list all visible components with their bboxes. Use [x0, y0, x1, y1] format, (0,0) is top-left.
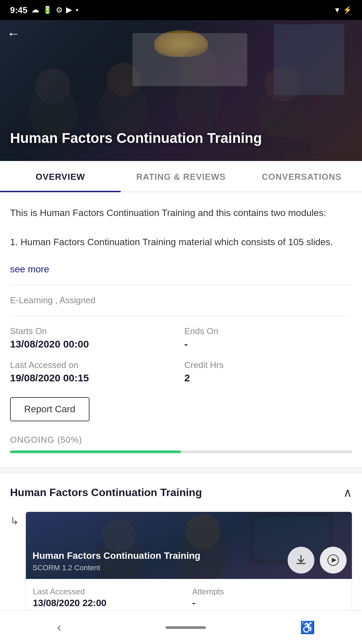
svg-point-14 — [185, 514, 221, 549]
report-card-button[interactable]: Report Card — [10, 397, 89, 421]
cloud-icon: ☁ — [32, 6, 39, 14]
play-button[interactable] — [320, 547, 347, 574]
module-attempts-block: Attempts - — [192, 587, 345, 608]
progress-bar-fill — [10, 450, 181, 453]
starts-on-block: Starts On 13/08/2020 00:00 — [10, 326, 178, 350]
credit-hrs-block: Credit Hrs 2 — [184, 360, 352, 384]
svg-point-12 — [102, 518, 136, 552]
last-accessed-label: Last Accessed on — [10, 360, 178, 370]
module-detail-grid: Last Accessed 13/08/2020 22:00 Attempts … — [33, 587, 345, 608]
battery-saver-icon: 🔋 — [43, 6, 52, 14]
download-button[interactable] — [288, 547, 314, 574]
progress-bar-background — [10, 450, 352, 453]
indent-arrow-icon: ↳ — [10, 512, 19, 527]
see-more-link[interactable]: see more — [10, 264, 352, 275]
progress-section: ONGOING (50%) — [10, 435, 352, 453]
module-thumbnail: Human Factors Continuation Training SCOR… — [26, 512, 352, 579]
youtube-icon: ▶ — [66, 6, 72, 14]
credit-hrs-label: Credit Hrs — [184, 360, 352, 370]
bottom-nav: ‹ ♿ — [0, 610, 362, 644]
ends-on-value: - — [184, 338, 352, 350]
meta-label: E-Learning , Assigned — [10, 295, 352, 306]
description-line2: 1. Human Factors Continuation Training m… — [10, 235, 352, 250]
module-attempts-value: - — [192, 598, 345, 608]
tab-overview[interactable]: OVERVIEW — [0, 161, 121, 192]
module-attempts-label: Attempts — [192, 587, 345, 596]
chevron-up-icon: ∧ — [343, 486, 352, 500]
module-last-accessed-label: Last Accessed — [33, 587, 186, 596]
tab-conversations[interactable]: CONVERSATIONS — [241, 161, 362, 192]
overview-content: This is Human Factors Continuation Train… — [0, 192, 362, 467]
tabs-bar: OVERVIEW RATING & REVIEWS CONVERSATIONS — [0, 161, 362, 192]
progress-label: ONGOING (50%) — [10, 435, 352, 445]
divider-1 — [10, 285, 352, 285]
svg-rect-10 — [274, 24, 345, 95]
svg-point-2 — [35, 68, 70, 104]
nav-back-button[interactable]: ‹ — [47, 617, 71, 638]
tab-rating-reviews[interactable]: RATING & REVIEWS — [121, 161, 241, 192]
status-time: 9:45 — [10, 5, 27, 15]
module-title: Human Factors Continuation Training — [10, 486, 343, 499]
info-grid: Starts On 13/08/2020 00:00 Ends On - Las… — [10, 326, 352, 384]
accessibility-icon[interactable]: ♿ — [300, 621, 315, 635]
hero-title: Human Factors Continuation Training — [10, 129, 352, 148]
hero-section: ← Human Factors Continuation Training — [0, 20, 362, 161]
status-bar: 9:45 ☁ 🔋 ⊙ ▶ • ▾ ⚡ — [0, 0, 362, 20]
back-button[interactable]: ← — [7, 27, 20, 40]
notification-icon: ⊙ — [56, 6, 62, 14]
nav-home-pill[interactable] — [166, 626, 206, 629]
dot-icon: • — [76, 6, 78, 14]
wifi-icon: ▾ — [335, 6, 339, 14]
starts-on-label: Starts On — [10, 326, 178, 336]
module-last-accessed-value: 13/08/2020 22:00 — [33, 598, 186, 608]
description-line1: This is Human Factors Continuation Train… — [10, 206, 352, 221]
module-header[interactable]: Human Factors Continuation Training ∧ — [0, 474, 362, 512]
thumbnail-actions — [288, 547, 347, 574]
svg-rect-9 — [132, 33, 247, 86]
starts-on-value: 13/08/2020 00:00 — [10, 338, 178, 350]
module-last-accessed-block: Last Accessed 13/08/2020 22:00 — [33, 587, 186, 608]
last-accessed-block: Last Accessed on 19/08/2020 00:15 — [10, 360, 178, 384]
credit-hrs-value: 2 — [184, 372, 352, 384]
ends-on-label: Ends On — [184, 326, 352, 336]
battery-icon: ⚡ — [343, 6, 352, 14]
ends-on-block: Ends On - — [184, 326, 352, 350]
last-accessed-value: 19/08/2020 00:15 — [10, 372, 178, 384]
divider-2 — [10, 316, 352, 316]
